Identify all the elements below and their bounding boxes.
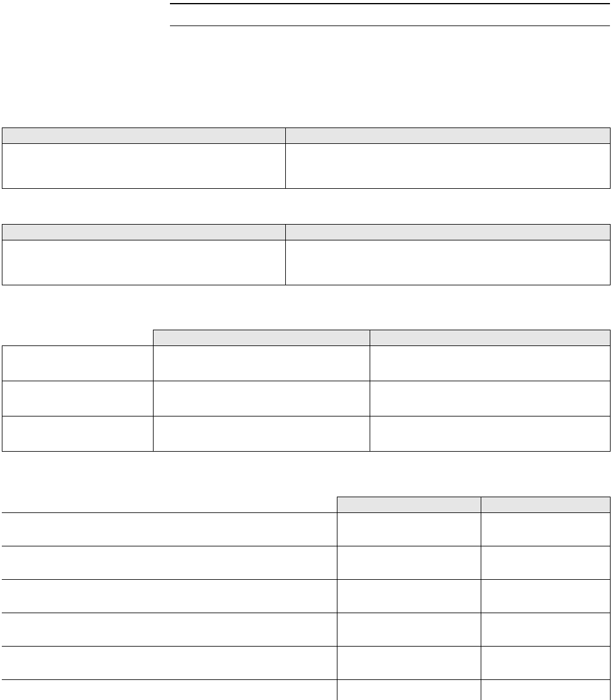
table-2-cell-b[interactable] <box>286 240 611 285</box>
table-3-header-a <box>154 330 370 346</box>
table-4-rowlabel-5 <box>2 680 337 701</box>
table-1-header-a <box>2 128 286 144</box>
table-4-stub <box>2 497 337 513</box>
table-4-cell-2a[interactable] <box>337 580 481 613</box>
table-3-cell-1a[interactable] <box>154 381 370 416</box>
table-4-cell-3b[interactable] <box>481 613 610 647</box>
table-row <box>2 513 610 546</box>
table-4-rowlabel-0 <box>2 513 337 546</box>
table-row <box>2 613 610 647</box>
table-4-cell-1b[interactable] <box>481 546 610 580</box>
table-4-header-a <box>337 497 481 513</box>
table-4-rowlabel-3 <box>2 613 337 647</box>
table-4-cell-5b[interactable] <box>481 680 610 701</box>
table-4-cell-1a[interactable] <box>337 546 481 580</box>
table-4-cell-0b[interactable] <box>481 513 610 546</box>
table-4-rowlabel-1 <box>2 546 337 580</box>
table-3-rowlabel-2 <box>2 416 154 452</box>
table-4-cell-4b[interactable] <box>481 647 610 680</box>
table-row <box>2 546 610 580</box>
table-3-cell-0b[interactable] <box>370 346 611 381</box>
hr-top-1 <box>170 3 610 4</box>
table-2-header-a <box>2 225 286 240</box>
table-4-cell-0a[interactable] <box>337 513 481 546</box>
table-3-stub <box>2 330 154 346</box>
table-2 <box>2 224 611 285</box>
table-1-cell-a[interactable] <box>2 144 286 189</box>
table-1-cell-b[interactable] <box>286 144 611 189</box>
table-3 <box>2 330 611 452</box>
table-4-header-b <box>481 497 610 513</box>
table-4-cell-3a[interactable] <box>337 613 481 647</box>
table-row <box>2 416 611 452</box>
table-row <box>2 680 610 701</box>
table-2-header-b <box>286 225 611 240</box>
table-4-cell-5a[interactable] <box>337 680 481 701</box>
table-2-cell-a[interactable] <box>2 240 286 285</box>
form-page <box>0 0 613 700</box>
table-1-header-b <box>286 128 611 144</box>
table-3-cell-2a[interactable] <box>154 416 370 452</box>
table-row <box>2 647 610 680</box>
table-3-rowlabel-0 <box>2 346 154 381</box>
table-4 <box>2 497 611 700</box>
table-row <box>2 580 610 613</box>
hr-top-2 <box>170 25 610 26</box>
table-row <box>2 346 611 381</box>
table-3-cell-1b[interactable] <box>370 381 611 416</box>
table-4-cell-2b[interactable] <box>481 580 610 613</box>
table-3-header-b <box>370 330 611 346</box>
table-3-cell-2b[interactable] <box>370 416 611 452</box>
table-3-rowlabel-1 <box>2 381 154 416</box>
table-1 <box>2 127 611 189</box>
table-4-cell-4a[interactable] <box>337 647 481 680</box>
table-3-cell-0a[interactable] <box>154 346 370 381</box>
table-row <box>2 381 611 416</box>
table-4-rowlabel-4 <box>2 647 337 680</box>
table-4-rowlabel-2 <box>2 580 337 613</box>
